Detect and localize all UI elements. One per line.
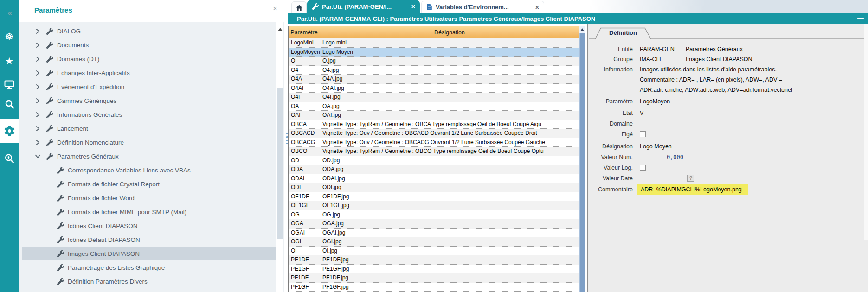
chevron-right-icon[interactable] bbox=[36, 28, 46, 34]
sidebar-item-formats-de-fichier-word[interactable]: Formats de fichier Word bbox=[22, 191, 276, 205]
table-row[interactable]: PE1DF PE1DF.jpg bbox=[289, 255, 579, 265]
chevron-right-icon[interactable] bbox=[36, 70, 46, 76]
cell-parametre: PF1GF bbox=[289, 283, 320, 292]
chevron-right-icon[interactable] bbox=[36, 84, 46, 89]
close-tab-icon[interactable]: × bbox=[411, 3, 415, 10]
sidebar-item-documents[interactable]: Documents bbox=[22, 38, 276, 52]
table-row[interactable]: OF1DF OF1DF.jpg bbox=[289, 192, 579, 202]
scroll-up-button[interactable] bbox=[579, 26, 585, 33]
table-row[interactable]: OD OD.jpg bbox=[289, 156, 579, 165]
sidebar-scrollbar-thumb[interactable] bbox=[277, 88, 283, 239]
column-header-parametre[interactable]: Paramètre bbox=[289, 26, 320, 38]
sidebar-item-d-finition-nomenclature[interactable]: Définition Nomenclature bbox=[22, 135, 276, 149]
sidebar-item-ev-nement-d-exp-dition[interactable]: Evènement d'Expédition bbox=[22, 80, 276, 94]
table-row[interactable]: OBCO Vignette Type: TypRem / Geometrie :… bbox=[289, 147, 579, 156]
table-row[interactable]: ODI ODI.jpg bbox=[289, 183, 579, 192]
table-row[interactable]: PF1DF PF1DF.jpg bbox=[289, 273, 579, 283]
chevron-right-icon[interactable] bbox=[36, 56, 46, 62]
fige-checkbox[interactable] bbox=[640, 131, 646, 137]
scroll-up-arrow-icon[interactable] bbox=[278, 28, 283, 31]
collapse-sidebar-icon[interactable]: « bbox=[0, 4, 19, 22]
tab-home[interactable] bbox=[291, 1, 307, 13]
table-row[interactable]: LogoMoyen Logo Moyen bbox=[289, 48, 579, 57]
close-tab-icon[interactable]: × bbox=[535, 4, 539, 11]
table-row[interactable]: O O.jpg bbox=[289, 57, 579, 66]
table-row[interactable]: OGA OGA.jpg bbox=[289, 219, 579, 229]
information-line: Images utilisées dans les listes d'aide … bbox=[640, 65, 777, 74]
sidebar-scrollbar[interactable] bbox=[276, 22, 283, 292]
sidebar-item-correspondance-variables-liens-avec-vbas[interactable]: Correspondance Variables Liens avec VBAs bbox=[22, 163, 276, 177]
table-scrollbar[interactable] bbox=[579, 26, 585, 292]
table-row[interactable]: OI OI.jpg bbox=[289, 247, 579, 256]
search-settings-icon[interactable] bbox=[0, 149, 19, 168]
cell-parametre: O4 bbox=[289, 66, 320, 75]
cell-designation: OA.jpg bbox=[320, 102, 579, 111]
sidebar-item-echanges-inter-applicatifs[interactable]: Echanges Inter-Applicatifs bbox=[22, 66, 276, 80]
close-icon[interactable]: × bbox=[273, 4, 277, 13]
table-row[interactable]: ODA ODA.jpg bbox=[289, 165, 579, 174]
tab-param-utilisateurs[interactable]: Par.Uti. (PARAM-GEN/I... × bbox=[307, 0, 420, 13]
chevron-right-icon[interactable] bbox=[36, 98, 46, 103]
chevron-down-icon[interactable] bbox=[36, 153, 46, 159]
column-header-designation[interactable]: Désignation bbox=[320, 26, 579, 38]
tab-definition[interactable]: Définition bbox=[595, 27, 651, 39]
sidebar-item-formats-de-fichier-mime-pour-smtp-mail[interactable]: Formats de fichier MIME pour SMTP (Mail) bbox=[22, 205, 276, 219]
table-row[interactable]: O4I O4I.jpg bbox=[289, 93, 579, 102]
settings-gear-icon[interactable] bbox=[0, 119, 19, 143]
table-scrollbar-thumb[interactable] bbox=[579, 33, 585, 292]
sidebar-item-ic-nes-client-diapason[interactable]: Icônes Client DIAPASON bbox=[22, 219, 276, 233]
sidebar-item-dialog[interactable]: DIALOG bbox=[22, 24, 276, 38]
chevron-right-icon[interactable] bbox=[36, 112, 46, 117]
sidebar-item-formats-de-fichier-crystal-report[interactable]: Formats de fichier Crystal Report bbox=[22, 177, 276, 191]
sidebar-item-images-client-diapason[interactable]: Images Client DIAPASON bbox=[22, 247, 276, 260]
sidebar-item-param-trage-des-listes-graphique[interactable]: Paramétrage des Listes Graphique bbox=[22, 260, 276, 274]
star-icon[interactable]: ★ bbox=[0, 51, 19, 70]
table-row[interactable]: OGI OGI.jpg bbox=[289, 237, 579, 247]
information-line: ADR:adr. c.riche, ADW:adr.c.web, ADV=adr… bbox=[640, 86, 792, 94]
table-row[interactable]: OA OA.jpg bbox=[289, 102, 579, 111]
wrench-icon bbox=[57, 264, 64, 271]
sidebar-item-label: Evènement d'Expédition bbox=[57, 83, 124, 90]
wrench-icon bbox=[57, 167, 64, 174]
monitor-icon[interactable] bbox=[0, 75, 19, 94]
sidebar-item-d-finition-param-tres-divers[interactable]: Définition Paramètres Divers bbox=[22, 274, 276, 288]
table-row[interactable]: OG OG.jpg bbox=[289, 210, 579, 220]
cell-designation: Logo Moyen bbox=[320, 48, 579, 57]
chevron-right-icon[interactable] bbox=[36, 42, 46, 48]
search-icon[interactable] bbox=[0, 95, 19, 113]
sidebar-item-lancement[interactable]: Lancement bbox=[22, 121, 276, 135]
table-row[interactable]: O4 O4.jpg bbox=[289, 66, 579, 75]
field-label: Etat bbox=[588, 109, 633, 117]
wrench-icon bbox=[46, 153, 53, 160]
tab-variables-environnement[interactable]: Variables d'Environnem... × bbox=[421, 1, 544, 13]
sidebar-item-parametres-g-n-raux[interactable]: Parametres Généraux bbox=[22, 149, 276, 163]
sidebar-item-label: Informations Générales bbox=[57, 111, 122, 118]
sidebar-item-domaines-dt[interactable]: Domaines (DT) bbox=[22, 52, 276, 66]
table-row[interactable]: LogoMini Logo mini bbox=[289, 38, 579, 48]
sidebar-item-gammes-g-n-riques[interactable]: Gammes Génériques bbox=[22, 94, 276, 108]
cell-designation: OAI.jpg bbox=[320, 111, 579, 120]
sidebar-item-ic-nes-d-faut-diapason[interactable]: Icônes Défaut DIAPASON bbox=[22, 233, 276, 247]
table-row[interactable]: OBCACG Vignette Type: Ouv / Geometrie : … bbox=[289, 138, 579, 147]
table-row[interactable]: O4AI O4AI.jpg bbox=[289, 84, 579, 93]
etat-value: V bbox=[640, 109, 643, 117]
table-row[interactable]: OF1GF OF1GF.jpg bbox=[289, 201, 579, 210]
table-row[interactable]: PF1GF PF1GF.jpg bbox=[289, 283, 579, 292]
commentaire-value[interactable]: ADR=%DIAPIMGCLI%LogoMoyen.png bbox=[637, 184, 748, 195]
chevron-right-icon[interactable] bbox=[36, 126, 46, 131]
date-help-button[interactable]: ? bbox=[687, 175, 694, 182]
table-row[interactable]: O4A O4A.jpg bbox=[289, 75, 579, 84]
table-row[interactable]: OBCACD Vignette Type: Ouv / Geometrie : … bbox=[289, 129, 579, 138]
valeur-log-checkbox[interactable] bbox=[640, 165, 646, 171]
table-row[interactable]: OBCA Vignette Type: TypRem / Geometrie :… bbox=[289, 120, 579, 129]
chevron-right-icon[interactable] bbox=[36, 140, 46, 145]
minimize-dash-icon[interactable] bbox=[857, 18, 864, 19]
table-row[interactable]: PE1GF PE1GF.jpg bbox=[289, 265, 579, 274]
sidebar-item-informations-g-n-rales[interactable]: Informations Générales bbox=[22, 108, 276, 121]
helm-icon[interactable]: ☸ bbox=[0, 27, 19, 45]
entite-code: PARAM-GEN bbox=[640, 45, 675, 53]
table-row[interactable]: OAI OAI.jpg bbox=[289, 111, 579, 120]
table-row[interactable]: OGAI OGAI.jpg bbox=[289, 229, 579, 238]
table-row[interactable]: ODAI ODAI.jpg bbox=[289, 174, 579, 184]
sidebar-item-label: Formats de fichier Word bbox=[68, 195, 135, 202]
